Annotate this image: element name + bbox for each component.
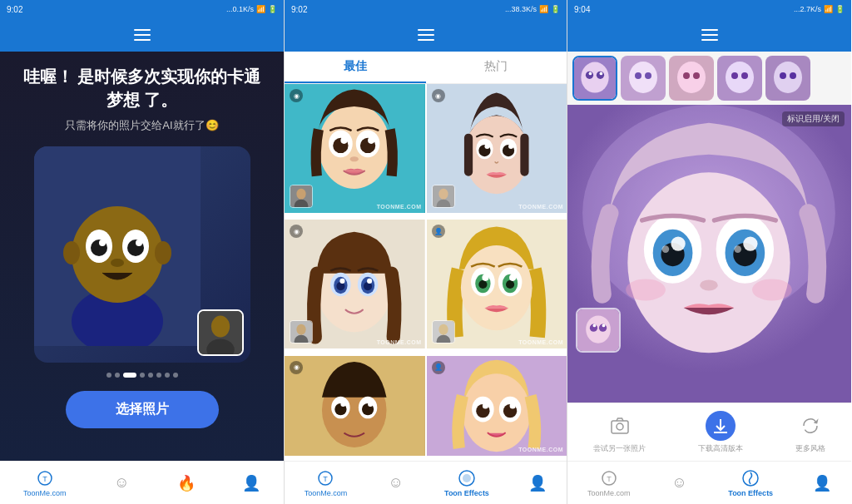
svg-point-26 — [350, 156, 359, 161]
svg-point-41 — [438, 189, 448, 200]
main-preview-svg — [567, 105, 851, 403]
nav-face-3[interactable]: ☺ — [670, 474, 688, 492]
grid-cell-2[interactable]: TOONME.COM ◉ — [427, 84, 567, 213]
nav-home-1[interactable]: T ToonMe.com — [23, 469, 67, 497]
status-bar-2: 9:02 ...38.3K/s 📶 🔋 — [285, 0, 567, 18]
dot-3 — [123, 373, 136, 378]
thumb-img-2 — [621, 56, 666, 101]
signal-1: ...0.1K/s — [226, 5, 254, 13]
svg-point-108 — [774, 62, 802, 93]
tab-best[interactable]: 最佳 — [285, 52, 426, 83]
signal-2: ...38.3K/s — [505, 5, 537, 13]
dot-1 — [106, 373, 111, 378]
nav-home-label-2: ToonMe.com — [305, 489, 348, 497]
main-preview-area: 标识启用/关闭 — [567, 105, 851, 403]
nav-face-2[interactable]: ☺ — [387, 474, 405, 492]
user-icon-3: 👤 — [813, 474, 831, 492]
nav-home-2[interactable]: T ToonMe.com — [305, 469, 348, 497]
action-bar: 尝试另一张照片 下载高清版本 — [567, 403, 851, 461]
hamburger-menu-1[interactable] — [134, 29, 151, 41]
try-another-button[interactable]: 尝试另一张照片 — [593, 411, 646, 454]
svg-point-24 — [340, 137, 347, 144]
grid-cell-1[interactable]: TOONME.COM ◉ — [285, 84, 425, 213]
svg-point-110 — [790, 72, 796, 79]
svg-point-57 — [460, 245, 532, 330]
nav-fire-1[interactable]: 🔥 — [177, 474, 196, 492]
svg-point-129 — [586, 315, 611, 343]
nav-bar-2 — [285, 18, 567, 52]
svg-point-51 — [339, 279, 344, 284]
download-button[interactable]: 下载高清版本 — [698, 411, 743, 454]
toon-icon-3 — [741, 469, 760, 487]
photo-grid: TOONME.COM ◉ — [285, 84, 567, 461]
svg-point-106 — [741, 72, 748, 79]
thumb-img-5 — [765, 56, 810, 101]
tab-bar-2: 最佳 热门 — [285, 52, 567, 84]
nav-toon-2[interactable]: Toon Effects — [444, 469, 489, 497]
hamburger-menu-2[interactable] — [418, 29, 434, 41]
watermark-2: TOONME.COM — [518, 204, 563, 210]
face-scan-icon-1: ◉ — [290, 89, 303, 102]
screen-1-main: 哇喔！ 是时候多次实现你的卡通梦想 了。 只需将你的照片交给AI就行了😊 — [0, 52, 284, 461]
svg-point-133 — [602, 324, 606, 328]
thumb-2[interactable] — [621, 56, 666, 101]
nav-user-3[interactable]: 👤 — [813, 474, 831, 492]
nav-user-2[interactable]: 👤 — [528, 474, 547, 492]
main-cartoon-image — [34, 146, 250, 363]
nav-toon-3[interactable]: Toon Effects — [728, 469, 773, 497]
signal-3: ...2.7K/s — [794, 5, 821, 13]
grid-cell-6[interactable]: 👤 TOONME.COM — [427, 356, 567, 456]
choose-photo-button[interactable]: 选择照片 — [66, 391, 219, 428]
battery-icon: 🔋 — [268, 5, 277, 13]
time-3: 9:04 — [574, 5, 590, 14]
thumb-1[interactable] — [572, 56, 617, 101]
dot-7 — [165, 373, 170, 378]
download-label: 下载高清版本 — [698, 443, 743, 454]
status-right-2: ...38.3K/s 📶 🔋 — [505, 5, 560, 13]
svg-point-9 — [136, 240, 142, 246]
thumb-3[interactable] — [669, 56, 714, 101]
hamburger-menu-3[interactable] — [701, 29, 718, 41]
grid-cell-5[interactable]: ◉ — [285, 356, 425, 456]
svg-point-135 — [617, 423, 623, 430]
thumb-overlay-1 — [290, 185, 313, 208]
toon-effects-label-2: Toon Effects — [444, 489, 489, 497]
screen-1-subtitle: 只需将你的照片交给AI就行了😊 — [65, 118, 218, 133]
thumb-5[interactable] — [765, 56, 810, 101]
nav-user-1[interactable]: 👤 — [242, 474, 260, 492]
svg-point-64 — [482, 274, 488, 281]
screen-2: 9:02 ...38.3K/s 📶 🔋 最佳 热门 — [284, 0, 567, 504]
cartoon-face-svg — [34, 146, 201, 346]
face-scan-icon-2: ◉ — [432, 89, 445, 102]
svg-point-94 — [600, 72, 603, 76]
tab-hot[interactable]: 热门 — [426, 52, 567, 83]
svg-point-132 — [593, 324, 597, 328]
svg-point-126 — [626, 279, 666, 300]
svg-point-105 — [731, 72, 738, 79]
wifi-icon-3: 📶 — [824, 5, 833, 13]
thumb-4[interactable] — [717, 56, 762, 101]
close-watermark-label[interactable]: 标识启用/关闭 — [782, 111, 845, 126]
thumb-strip — [567, 52, 851, 105]
try-another-label: 尝试另一张照片 — [593, 443, 646, 454]
thumb-overlay-2 — [432, 185, 455, 208]
grid-cell-3[interactable]: TOONME.COM ◉ — [285, 220, 425, 348]
more-styles-button[interactable]: 更多风格 — [795, 411, 825, 454]
screen-1: 9:02 ...0.1K/s 📶 🔋 哇喔！ 是时候多次实现你的卡通梦想 了。 … — [0, 0, 284, 504]
svg-text:T: T — [324, 475, 329, 483]
status-right-1: ...0.1K/s 📶 🔋 — [226, 5, 277, 13]
battery-icon-3: 🔋 — [835, 5, 845, 13]
toon-icon-2 — [458, 469, 476, 487]
grid-cell-4[interactable]: TOONME.COM 👤 — [427, 220, 567, 348]
svg-point-52 — [367, 279, 372, 284]
thumb-img-1 — [574, 57, 616, 99]
nav-home-label-3: ToonMe.com — [587, 489, 631, 497]
svg-point-31 — [463, 116, 528, 194]
thumb-img-4 — [717, 56, 762, 101]
nav-face-1[interactable]: ☺ — [112, 474, 131, 492]
small-real-photo — [197, 309, 244, 356]
svg-point-38 — [484, 144, 489, 149]
user-icon-1: 👤 — [242, 474, 260, 492]
thumb-img-3 — [669, 56, 714, 101]
nav-home-3[interactable]: T ToonMe.com — [587, 469, 631, 497]
